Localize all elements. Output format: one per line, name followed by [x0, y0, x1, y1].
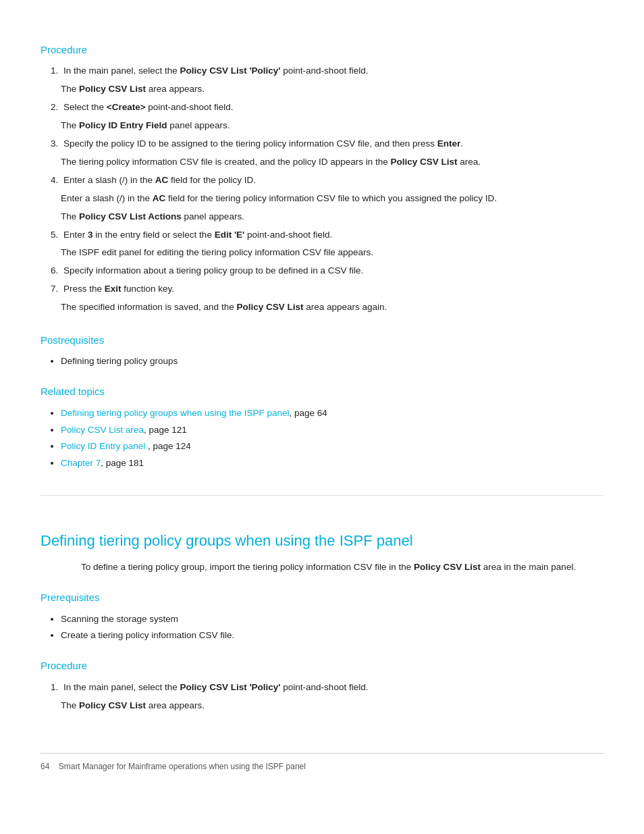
postrequisites-section: Postrequisites Defining tiering policy g…	[41, 332, 603, 369]
procedure-1-heading: Procedure	[41, 42, 603, 57]
postrequisites-heading: Postrequisites	[41, 332, 603, 348]
step-2-1-sub: The Policy CSV List area appears.	[61, 699, 603, 713]
step-1-1: In the main panel, select the Policy CSV…	[61, 64, 603, 97]
step-1-7-text: Press the Exit function key.	[63, 284, 174, 294]
related-link-3-anchor[interactable]: Policy ID Entry panel	[61, 441, 148, 451]
main-section-intro: To define a tiering policy group, import…	[81, 561, 603, 575]
step-1-2-text: Select the <Create> point-and-shoot fiel…	[63, 102, 233, 112]
step-1-4-sub2: Enter a slash (/) in the AC field for th…	[61, 192, 603, 206]
related-link-3[interactable]: Policy ID Entry panel , page 124	[61, 440, 603, 454]
procedure-2-heading: Procedure	[41, 658, 603, 673]
step-1-6-text: Specify information about a tiering poli…	[63, 265, 363, 276]
prerequisites-2-section: Prerequisites Scanning the storage syste…	[41, 590, 603, 643]
step-1-6: Specify information about a tiering poli…	[61, 264, 603, 278]
main-section: Defining tiering policy groups when usin…	[41, 495, 603, 575]
step-1-3-text: Specify the policy ID to be assigned to …	[63, 138, 463, 149]
related-link-2[interactable]: Policy CSV List area, page 121	[61, 423, 603, 438]
step-1-5-text: Enter 3 in the entry field or select the…	[63, 230, 332, 240]
step-1-4-sub: The Policy CSV List Actions panel appear…	[61, 210, 603, 224]
step-1-1-sub: The Policy CSV List area appears.	[61, 82, 603, 97]
related-link-1[interactable]: Defining tiering policy groups when usin…	[61, 407, 603, 421]
step-1-1-text: In the main panel, select the Policy CSV…	[63, 66, 368, 76]
footer-page: 64	[41, 762, 49, 771]
step-1-3-sub: The tiering policy information CSV file …	[61, 155, 603, 170]
procedure-1-list: In the main panel, select the Policy CSV…	[61, 64, 603, 315]
related-link-4-anchor[interactable]: Chapter 7	[61, 458, 101, 468]
prerequisites-2-list: Scanning the storage system Create a tie…	[61, 613, 603, 644]
step-1-7: Press the Exit function key. The specifi…	[61, 282, 603, 315]
postrequisites-item-1: Defining tiering policy groups	[61, 355, 603, 369]
step-2-1-text: In the main panel, select the Policy CSV…	[63, 682, 368, 692]
step-1-2: Select the <Create> point-and-shoot fiel…	[61, 101, 603, 133]
prereq-item-1: Scanning the storage system	[61, 613, 603, 627]
procedure-1-section: Procedure In the main panel, select the …	[41, 42, 603, 315]
step-1-5: Enter 3 in the entry field or select the…	[61, 228, 603, 261]
related-topics-section: Related topics Defining tiering policy g…	[41, 384, 603, 471]
postrequisites-list: Defining tiering policy groups	[61, 355, 603, 369]
step-1-2-sub: The Policy ID Entry Field panel appears.	[61, 119, 603, 133]
related-link-1-anchor[interactable]: Defining tiering policy groups when usin…	[61, 408, 289, 418]
procedure-2-list: In the main panel, select the Policy CSV…	[61, 681, 603, 713]
related-topics-list: Defining tiering policy groups when usin…	[61, 407, 603, 471]
step-1-4: Enter a slash (/) in the AC field for th…	[61, 174, 603, 224]
step-1-4-text: Enter a slash (/) in the AC field for th…	[63, 175, 256, 185]
step-1-7-sub: The specified information is saved, and …	[61, 301, 603, 315]
prereq-item-2: Create a tiering policy information CSV …	[61, 629, 603, 643]
related-link-4[interactable]: Chapter 7, page 181	[61, 457, 603, 471]
procedure-2-section: Procedure In the main panel, select the …	[41, 658, 603, 712]
related-topics-heading: Related topics	[41, 384, 603, 399]
prerequisites-2-heading: Prerequisites	[41, 590, 603, 605]
step-2-1: In the main panel, select the Policy CSV…	[61, 681, 603, 713]
footer: 64 Smart Manager for Mainframe operation…	[41, 753, 603, 773]
step-1-3: Specify the policy ID to be assigned to …	[61, 137, 603, 170]
footer-text: Smart Manager for Mainframe operations w…	[59, 762, 306, 771]
related-link-2-anchor[interactable]: Policy CSV List area	[61, 425, 144, 435]
step-1-5-sub: The ISPF edit panel for editing the tier…	[61, 246, 603, 260]
main-section-heading: Defining tiering policy groups when usin…	[41, 523, 603, 552]
